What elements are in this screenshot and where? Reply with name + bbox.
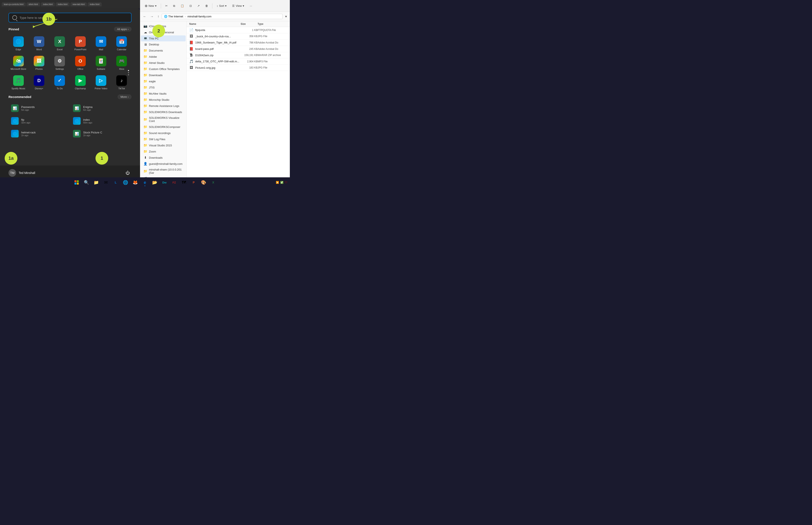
pinned-app-spotify-music[interactable]: 🎵 Spotify Music <box>9 74 28 91</box>
more-button[interactable]: More › <box>118 94 132 99</box>
tab-1[interactable]: learn-js-controls.html <box>2 2 26 6</box>
pinned-app-to-do[interactable]: ✓ To Do <box>50 74 70 91</box>
taskbar-search[interactable]: 🔍 <box>82 178 91 187</box>
nav-item-zoom[interactable]: 📁 Zoom <box>141 149 186 154</box>
file-row[interactable]: 🖼 _buick_64-country-club-roa... 358 KB J… <box>187 33 290 40</box>
nav-item-atmel-studio[interactable]: 📁 Atmel Studio <box>141 60 186 66</box>
pinned-app-excel[interactable]: X Excel <box>50 34 70 52</box>
user-profile[interactable]: TM Ted Minshall <box>9 169 35 177</box>
nav-item-adobe[interactable]: 📁 Adobe <box>141 54 186 60</box>
pinned-app-solitaire[interactable]: 🃏 Solitaire <box>91 54 111 72</box>
system-tray[interactable]: 🔼 ✅ 🛡 <box>276 181 287 184</box>
nav-item-solidworkscomposer[interactable]: 📁 SOLIDWORKSComposer <box>141 124 186 130</box>
rec-item-enigma[interactable]: 📊 Enigma 6m ago <box>71 102 132 114</box>
more-options-button[interactable]: ··· <box>247 3 254 9</box>
rec-item-index[interactable]: 🌐 index 50m ago <box>71 115 132 127</box>
nav-item-custom-office-templa[interactable]: 📁 Custom Office Templates <box>141 66 186 72</box>
pinned-app-calendar[interactable]: 📅 Calendar <box>112 34 132 52</box>
taskbar-excel[interactable]: X <box>209 178 217 187</box>
file-row[interactable]: 🖼 Picture1-orig.jpg 183 KB JPG File <box>187 65 290 71</box>
address-path[interactable]: 🌐 The Internet › minshall-family.com <box>162 14 283 19</box>
dot-2[interactable] <box>128 72 129 73</box>
nav-item-microchip-studio[interactable]: 📁 Microchip Studio <box>141 97 186 103</box>
dot-3[interactable] <box>128 74 129 75</box>
rec-item-stock-picture-c[interactable]: 📊 Stock Picture C 1h ago <box>71 128 132 139</box>
taskbar-maps[interactable]: 🗺 <box>180 178 188 187</box>
dot-1[interactable] <box>128 70 129 71</box>
file-row[interactable]: 📕 board-pass.pdf 245 KB Adobe Acrobat Do <box>187 46 290 52</box>
forward-button[interactable]: → <box>149 14 155 19</box>
nav-item-guest@minshall-famil[interactable]: 👤 guest@minshall-family.com <box>141 161 186 167</box>
taskbar-firefox[interactable]: 🦊 <box>131 178 139 187</box>
taskbar-store[interactable]: L <box>111 178 120 187</box>
new-button[interactable]: ⊕ New ▾ <box>142 2 159 9</box>
pinned-app-powerpoint[interactable]: P PowerPoint <box>71 34 90 52</box>
up-button[interactable]: ↑ <box>156 14 161 19</box>
pinned-app-edge[interactable]: 🌐 Edge <box>9 34 28 52</box>
pinned-app-photos[interactable]: 🖼 Photos <box>29 54 49 72</box>
back-button[interactable]: ← <box>142 14 148 19</box>
tab-5[interactable]: new-tab.html <box>71 2 87 6</box>
power-button[interactable]: ⏻ <box>124 169 132 177</box>
nav-item-downloads[interactable]: 📁 Downloads <box>141 72 186 78</box>
taskbar-edge[interactable]: e <box>141 178 149 187</box>
delete-button[interactable]: 🗑 <box>203 3 210 9</box>
nav-item-solidworks-visualize[interactable]: 📁 SOLIDWORKS Visualize Cont <box>141 115 186 124</box>
pinned-app-word[interactable]: W Word <box>29 34 49 52</box>
taskbar-chrome[interactable]: 🌐 <box>121 178 130 187</box>
rec-item-passwords[interactable]: 📊 Passwords 5m ago <box>9 102 70 114</box>
nav-item-solidworks-downloads[interactable]: 📁 SOLIDWORKS Downloads <box>141 109 186 115</box>
file-row[interactable]: 🎵 delta_1730_OTC_APP-SW-edit.m... 2,904 … <box>187 58 290 65</box>
pinned-app-tiktok[interactable]: ♪ TikTok <box>112 74 132 91</box>
rec-item-helmet-rack[interactable]: 🌐 helmet-rack 1h ago <box>9 128 70 139</box>
nav-item-remote-assistance-lo[interactable]: 📁 Remote Assistance Logs <box>141 103 186 109</box>
pinned-app-office[interactable]: O Office <box>71 54 90 72</box>
taskbar-paint[interactable]: 🎨 <box>199 178 208 187</box>
all-apps-button[interactable]: All apps › <box>114 27 132 32</box>
copy-button[interactable]: ⧉ <box>171 3 177 9</box>
pinned-app-mail[interactable]: ✉ Mail <box>91 34 111 52</box>
nav-item-sw-log-files[interactable]: 📁 SW Log Files <box>141 136 186 142</box>
pinned-app-settings[interactable]: ⚙ Settings <box>50 54 70 72</box>
nav-item-mcafee-vaults[interactable]: 📁 McAfee Vaults <box>141 91 186 96</box>
taskbar-powerpoint[interactable]: P <box>190 178 198 187</box>
file-row[interactable]: 📕 1966_Sunbeam_Tiger_Mk_IA.pdf 786 KB Ad… <box>187 40 290 46</box>
tab-4[interactable]: index.html <box>56 2 70 6</box>
tab-2[interactable]: silvin.html <box>27 2 40 6</box>
rename-button[interactable]: ⊡ <box>187 3 194 9</box>
taskbar-files[interactable]: 📂 <box>150 178 159 187</box>
col-type[interactable]: Type <box>258 22 287 26</box>
rec-item-ftp[interactable]: 🌐 ftp 32m ago <box>9 115 70 127</box>
pinned-app-disney+[interactable]: D Disney+ <box>29 74 49 91</box>
nav-item-this-pc[interactable]: 💻 This PC <box>141 35 186 41</box>
nav-item-documents[interactable]: 📁 Documents <box>141 47 186 54</box>
taskbar-filezilla[interactable]: FZ <box>170 178 178 187</box>
pinned-app-prime-video[interactable]: ▷ Prime Video <box>91 74 111 91</box>
nav-item-minshall-share-(10.0[interactable]: 📁 minshall-share (10.0.0.201 (Sar <box>141 167 186 176</box>
sort-button[interactable]: ↕ Sort ▾ <box>214 3 229 9</box>
pinned-app-microsoft-store[interactable]: 🛍 Microsoft Store <box>9 54 28 72</box>
nav-item-downloads[interactable]: ⬇ Downloads <box>141 155 186 161</box>
taskbar-dreamweaver[interactable]: Dw <box>160 178 169 187</box>
file-row[interactable]: 🗜 D10042wm.zip 159,191 KB WinRAR ZIP arc… <box>187 52 290 58</box>
nav-item-sound-recordings[interactable]: 📁 Sound recordings <box>141 130 186 136</box>
nav-item-eagle[interactable]: 📁 eagle <box>141 78 186 84</box>
tab-6[interactable]: index.html <box>88 2 102 6</box>
expand-path-button[interactable]: ▾ <box>284 14 288 19</box>
cut-button[interactable]: ✂ <box>163 3 170 9</box>
pinned-app-xbox[interactable]: 🎮 Xbox <box>112 54 132 72</box>
tab-3[interactable]: index.html <box>41 2 55 6</box>
nav-item-desktop[interactable]: 🖥 Desktop <box>141 42 186 47</box>
file-row[interactable]: 📄 ftpquota 1 KB FTPQUOTA File <box>187 27 290 33</box>
pinned-app-clipchamp[interactable]: ▶ Clipchamp <box>71 74 90 91</box>
share-button[interactable]: ↗ <box>195 3 202 9</box>
col-size[interactable]: Size <box>241 22 258 26</box>
paste-button[interactable]: 📋 <box>178 3 186 9</box>
nav-item-jtis[interactable]: 📁 JTIS <box>141 85 186 90</box>
nav-item-visual-studio-2015[interactable]: 📁 Visual Studio 2015 <box>141 142 186 148</box>
col-name[interactable]: Name <box>189 22 241 26</box>
chevron-up-icon[interactable]: 🔼 <box>276 181 279 184</box>
taskbar-explorer[interactable]: 📁 <box>92 178 100 187</box>
start-button[interactable] <box>72 178 81 187</box>
taskbar-mail[interactable]: ✉ <box>102 178 110 187</box>
